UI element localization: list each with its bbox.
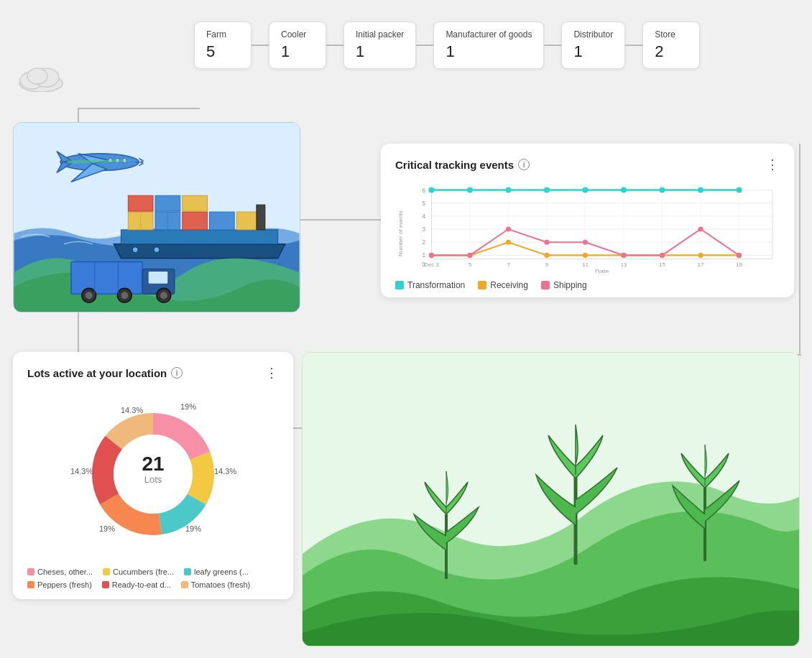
svg-text:17: 17	[697, 261, 703, 268]
svg-point-21	[132, 247, 138, 253]
legend-ready-to-eat: Ready-to-eat d...	[102, 580, 171, 589]
svg-point-76	[698, 187, 703, 193]
svg-point-80	[506, 240, 511, 245]
supply-node-value: 5	[206, 42, 239, 61]
svg-point-92	[621, 253, 626, 258]
svg-text:5: 5	[469, 261, 472, 268]
svg-rect-15	[128, 195, 153, 211]
lots-card-title: Lots active at your location i	[27, 367, 183, 379]
svg-point-77	[736, 187, 742, 193]
svg-point-91	[583, 240, 588, 245]
legend-dot-transformation	[395, 281, 404, 289]
legend-dot-tomatoes	[181, 581, 188, 588]
svg-point-94	[698, 227, 703, 232]
svg-rect-25	[148, 271, 168, 284]
svg-point-82	[583, 253, 588, 258]
transport-illustration	[13, 122, 300, 312]
svg-text:1: 1	[422, 251, 425, 259]
lots-donut-svg: 21 Lots	[81, 402, 225, 546]
svg-text:5: 5	[422, 200, 425, 207]
svg-point-81	[544, 253, 549, 258]
svg-point-72	[544, 187, 550, 193]
legend-dot-leafy-greens	[184, 568, 191, 575]
lots-active-card: Lots active at your location i ⋮ 14.3% 1…	[13, 352, 293, 599]
svg-point-31	[160, 292, 167, 299]
svg-point-70	[467, 187, 473, 193]
supply-node-store[interactable]: Store 2	[642, 22, 700, 69]
supply-node-label: Farm	[206, 29, 239, 41]
svg-point-74	[621, 187, 627, 193]
svg-point-27	[86, 292, 93, 299]
legend-label-shipping: Shipping	[553, 280, 587, 290]
svg-text:Lots: Lots	[144, 474, 162, 485]
supply-connector	[416, 45, 433, 46]
supply-node-initial-packer[interactable]: Initial packer 1	[343, 22, 416, 69]
legend-cheses: Cheses, other...	[27, 567, 93, 576]
legend-label-receiving: Receiving	[490, 280, 528, 290]
svg-text:11: 11	[582, 261, 589, 268]
lots-legend: Cheses, other... Cucumbers (fre... leafy…	[27, 567, 279, 589]
legend-label-cucumbers: Cucumbers (fre...	[113, 567, 174, 576]
svg-text:7: 7	[507, 261, 510, 268]
supply-node-manufacturer-of-goods[interactable]: Manufacturer of goods 1	[433, 22, 544, 69]
legend-shipping: Shipping	[541, 280, 587, 290]
legend-dot-peppers	[27, 581, 34, 588]
supply-node-farm[interactable]: Farm 5	[194, 22, 252, 69]
tracking-more-icon[interactable]: ⋮	[766, 157, 780, 172]
svg-text:15: 15	[659, 261, 665, 268]
vert-connector-2	[78, 312, 79, 356]
legend-leafy-greens: leafy greens (...	[184, 567, 249, 576]
legend-dot-receiving	[478, 281, 486, 289]
horiz-connector-1	[78, 108, 200, 109]
lots-info-icon[interactable]: i	[171, 367, 183, 379]
supply-connector	[252, 45, 269, 46]
supply-node-value: 1	[446, 42, 532, 61]
horiz-connector-2	[300, 219, 383, 221]
svg-rect-23	[71, 262, 142, 295]
svg-point-89	[506, 227, 511, 232]
legend-dot-ready-to-eat	[102, 581, 109, 588]
svg-point-69	[428, 187, 434, 193]
tracking-title-text: Critical tracking events	[395, 159, 514, 171]
farm-illustration	[302, 352, 800, 647]
svg-point-22	[154, 247, 160, 253]
svg-text:21: 21	[142, 453, 164, 475]
legend-label-transformation: Transformation	[407, 280, 465, 290]
svg-point-95	[737, 253, 742, 258]
supply-node-value: 2	[655, 42, 688, 61]
vert-connector-3	[799, 144, 801, 356]
svg-text:6: 6	[422, 187, 425, 194]
chart-legend: Transformation Receiving Shipping	[395, 280, 780, 290]
svg-point-90	[544, 240, 549, 245]
legend-peppers: Peppers (fresh)	[27, 580, 92, 589]
supply-node-label: Manufacturer of goods	[446, 29, 532, 41]
legend-dot-cheses	[27, 568, 34, 575]
svg-rect-20	[257, 205, 265, 230]
supply-node-distributor[interactable]: Distributor 1	[561, 22, 625, 69]
svg-text:4: 4	[422, 213, 425, 220]
svg-text:13: 13	[620, 261, 627, 268]
svg-point-88	[467, 253, 472, 258]
svg-point-93	[660, 253, 665, 258]
legend-label-tomatoes: Tomatoes (fresh)	[191, 580, 251, 589]
supply-node-value: 1	[356, 42, 404, 61]
svg-text:3: 3	[422, 226, 425, 233]
lots-title-text: Lots active at your location	[27, 367, 167, 379]
lots-more-icon[interactable]: ⋮	[265, 365, 279, 381]
svg-text:9: 9	[545, 261, 549, 268]
cloud-icon	[16, 63, 66, 95]
tracking-card-title: Critical tracking events i	[395, 159, 530, 171]
supply-node-value: 1	[573, 42, 613, 61]
svg-point-87	[429, 253, 434, 258]
supply-node-cooler[interactable]: Cooler 1	[269, 22, 326, 69]
svg-rect-9	[121, 230, 277, 244]
svg-rect-12	[183, 212, 208, 230]
supply-node-label: Distributor	[573, 29, 613, 41]
tracking-info-icon[interactable]: i	[518, 159, 530, 170]
tracking-events-card: Critical tracking events i ⋮ 6 5 4 3 2 1…	[381, 144, 794, 297]
supply-node-label: Cooler	[281, 29, 314, 41]
lots-donut-area: 14.3% 19% 14.3% 19% 19% 14.3%	[27, 388, 279, 560]
supply-connector	[625, 45, 642, 46]
svg-point-3	[27, 68, 47, 84]
svg-point-29	[121, 292, 128, 299]
